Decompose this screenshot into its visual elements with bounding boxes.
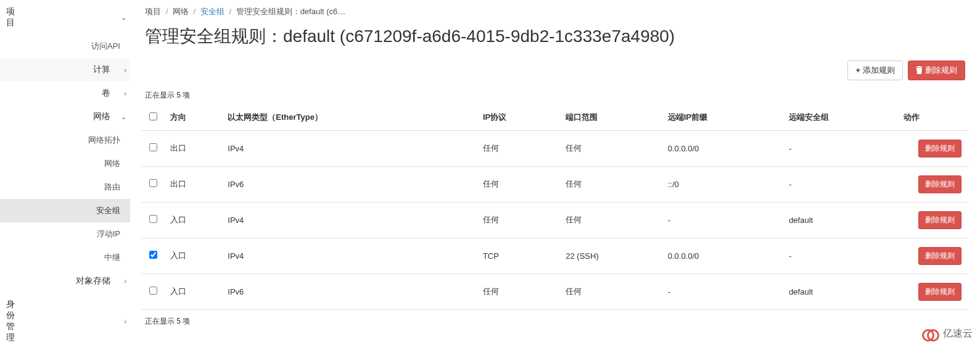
chevron-down-icon: ⌄ xyxy=(121,14,126,22)
breadcrumb-item[interactable]: 网络 xyxy=(173,7,189,16)
cell-ethertype: IPv4 xyxy=(223,130,478,166)
sidebar-label: 网络 xyxy=(6,158,120,169)
chevron-right-icon: › xyxy=(124,66,126,73)
sidebar-item-network[interactable]: 网络 ⌄ xyxy=(0,105,130,128)
sidebar-item-volumes[interactable]: 卷 › xyxy=(0,82,130,105)
sidebar-label: 中继 xyxy=(6,252,120,263)
logo-text: 亿速云 xyxy=(943,327,973,340)
breadcrumb: 项目 / 网络 / 安全组 / 管理安全组规则：default (c6… xyxy=(141,0,969,22)
chevron-right-icon: › xyxy=(124,317,126,325)
button-label: 删除规则 xyxy=(925,65,957,76)
sidebar-label: 卷 xyxy=(6,88,120,99)
delete-rule-button[interactable]: 删除规则 xyxy=(918,140,961,157)
sidebar-item-api[interactable]: 访问API xyxy=(0,35,130,58)
cell-remote-sg: default xyxy=(784,202,899,238)
sidebar-item-identity[interactable]: 身份管理 › xyxy=(0,293,130,344)
row-checkbox[interactable] xyxy=(149,251,157,259)
row-checkbox[interactable] xyxy=(149,215,157,223)
sidebar-label: 安全组 xyxy=(6,205,120,216)
sidebar-item-security-groups[interactable]: 安全组 xyxy=(0,199,130,222)
cell-protocol: 任何 xyxy=(478,274,561,309)
delete-rule-button[interactable]: 删除规则 xyxy=(918,283,961,301)
delete-rule-button[interactable]: 删除规则 xyxy=(918,211,961,229)
col-checkbox xyxy=(141,104,165,131)
breadcrumb-item[interactable]: 项目 xyxy=(145,7,161,16)
sidebar-label: 网络拓扑 xyxy=(6,135,120,146)
sidebar-label: 路由 xyxy=(6,182,120,193)
breadcrumb-sep: / xyxy=(191,7,199,16)
sidebar-item-floating-ips[interactable]: 浮动IP xyxy=(0,222,130,246)
logo-icon xyxy=(922,327,939,340)
cell-remote-ip: - xyxy=(663,202,784,238)
breadcrumb-link-security-groups[interactable]: 安全组 xyxy=(200,7,224,16)
delete-rule-button[interactable]: 删除规则 xyxy=(918,175,961,193)
table-caption-bottom: 正在显示 5 项 xyxy=(141,310,969,329)
col-remote-sg[interactable]: 远端安全组 xyxy=(784,104,899,131)
cell-port-range: 任何 xyxy=(561,274,662,309)
col-ethertype[interactable]: 以太网类型（EtherType） xyxy=(223,104,478,131)
trash-icon xyxy=(916,66,923,74)
select-all-checkbox[interactable] xyxy=(149,112,157,120)
chevron-right-icon: › xyxy=(124,90,126,97)
table-row: 出口IPv4任何任何0.0.0.0/0-删除规则 xyxy=(141,130,969,166)
chevron-right-icon: › xyxy=(124,277,126,285)
sidebar-label: 计算 xyxy=(6,64,120,75)
page-title: 管理安全组规则：default (c671209f-a6d6-4015-9db2… xyxy=(141,22,969,59)
cell-remote-sg: - xyxy=(784,130,899,166)
col-protocol[interactable]: IP协议 xyxy=(478,104,561,131)
main-content: 项目 / 网络 / 安全组 / 管理安全组规则：default (c6… 管理安… xyxy=(130,0,980,344)
row-checkbox[interactable] xyxy=(149,143,157,151)
col-port-range[interactable]: 端口范围 xyxy=(561,104,662,131)
sidebar-label: 浮动IP xyxy=(6,229,120,240)
sidebar-item-routers[interactable]: 路由 xyxy=(0,175,130,199)
col-actions: 动作 xyxy=(899,104,969,131)
delete-rule-button[interactable]: 删除规则 xyxy=(918,247,961,265)
button-label: 添加规则 xyxy=(863,65,895,76)
cell-remote-sg: - xyxy=(784,238,899,274)
sidebar: 项目 ⌄ 访问API 计算 › 卷 › 网络 ⌄ 网络拓扑 网络 路由 安全组 xyxy=(0,0,130,344)
chevron-down-icon: ⌄ xyxy=(121,113,126,121)
col-direction[interactable]: 方向 xyxy=(165,104,223,131)
sidebar-label: 对象存储 xyxy=(6,275,120,287)
table-row: 出口IPv6任何任何::/0-删除规则 xyxy=(141,166,969,202)
brand-logo: 亿速云 xyxy=(922,327,973,340)
cell-remote-sg: - xyxy=(784,166,899,202)
cell-direction: 出口 xyxy=(165,166,223,202)
cell-direction: 出口 xyxy=(165,130,223,166)
sidebar-item-trunks[interactable]: 中继 xyxy=(0,246,130,269)
cell-remote-ip: 0.0.0.0/0 xyxy=(663,238,784,274)
sidebar-label: 身份管理 xyxy=(6,299,25,343)
cell-direction: 入口 xyxy=(165,202,223,238)
sidebar-label: 项目 xyxy=(6,6,25,28)
cell-port-range: 任何 xyxy=(561,130,662,166)
cell-ethertype: IPv4 xyxy=(223,238,478,274)
delete-rules-button[interactable]: 删除规则 xyxy=(908,61,965,80)
sidebar-item-project[interactable]: 项目 ⌄ xyxy=(0,0,130,35)
row-checkbox[interactable] xyxy=(149,287,157,295)
breadcrumb-current: 管理安全组规则：default (c6… xyxy=(236,7,346,16)
sidebar-item-object-storage[interactable]: 对象存储 › xyxy=(0,269,130,293)
cell-protocol: 任何 xyxy=(478,202,561,238)
cell-ethertype: IPv6 xyxy=(223,274,478,309)
table-caption-top: 正在显示 5 项 xyxy=(141,85,969,104)
cell-direction: 入口 xyxy=(165,274,223,309)
table-row: 入口IPv4TCP22 (SSH)0.0.0.0/0-删除规则 xyxy=(141,238,969,274)
cell-port-range: 任何 xyxy=(561,166,662,202)
cell-ethertype: IPv6 xyxy=(223,166,478,202)
toolbar: 添加规则 删除规则 xyxy=(141,59,969,85)
cell-remote-ip: 0.0.0.0/0 xyxy=(663,130,784,166)
add-rule-button[interactable]: 添加规则 xyxy=(847,61,903,80)
cell-remote-sg: default xyxy=(784,274,899,309)
breadcrumb-sep: / xyxy=(163,7,171,16)
cell-remote-ip: ::/0 xyxy=(663,166,784,202)
col-remote-ip[interactable]: 远端IP前缀 xyxy=(663,104,784,131)
sidebar-item-compute[interactable]: 计算 › xyxy=(0,58,130,82)
sidebar-label: 访问API xyxy=(6,41,120,52)
cell-protocol: TCP xyxy=(478,238,561,274)
sidebar-item-networks[interactable]: 网络 xyxy=(0,152,130,175)
sidebar-item-topology[interactable]: 网络拓扑 xyxy=(0,128,130,152)
row-checkbox[interactable] xyxy=(149,179,157,187)
cell-remote-ip: - xyxy=(663,274,784,309)
sidebar-label: 网络 xyxy=(6,111,120,122)
breadcrumb-sep: / xyxy=(226,7,234,16)
